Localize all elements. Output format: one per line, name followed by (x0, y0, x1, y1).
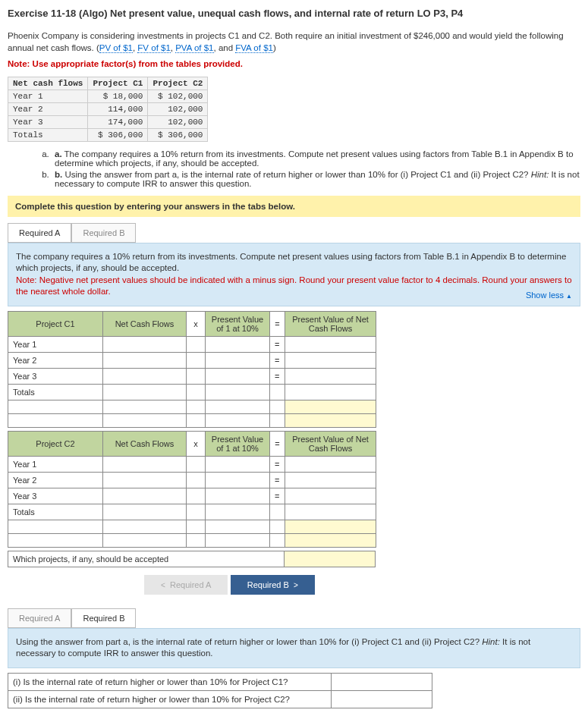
link-pv[interactable]: PV of $1 (99, 43, 133, 53)
link-fv[interactable]: FV of $1 (137, 43, 170, 53)
result-cell[interactable] (285, 520, 376, 533)
input-cell[interactable] (206, 456, 270, 472)
input-cell[interactable] (103, 456, 187, 472)
result-cell[interactable] (285, 533, 376, 547)
tab-required-a-2[interactable]: Required A (8, 608, 71, 628)
input-cell[interactable] (285, 456, 376, 472)
input-cell[interactable] (103, 352, 187, 368)
result-cell[interactable] (285, 413, 376, 427)
input-cell[interactable] (103, 368, 187, 384)
instructions-box-a: The company requires a 10% return from i… (8, 243, 580, 306)
worksheet-c1: Project C1 Net Cash Flows x Present Valu… (8, 311, 376, 428)
header-project-c1: Project C1 (8, 311, 103, 336)
input-cell[interactable] (103, 488, 187, 504)
input-cell[interactable] (206, 352, 270, 368)
tab-required-b[interactable]: Required B (71, 223, 136, 243)
input-cell[interactable] (206, 336, 270, 352)
header-project-c2: Project C2 (8, 431, 103, 456)
prev-button-a: < Required A (144, 575, 228, 595)
cash-flow-table: Net cash flowsProject C1Project C2 Year … (8, 77, 208, 142)
intro-text: Phoenix Company is considering investmen… (8, 30, 580, 54)
link-pva[interactable]: PVA of $1 (175, 43, 213, 53)
answer-b-i[interactable] (332, 673, 432, 690)
note-top: Note: Use appropriate factor(s) from the… (8, 58, 580, 71)
input-cell[interactable] (285, 352, 376, 368)
question-b-i: (i) Is the internal rate of return highe… (8, 673, 332, 690)
chevron-up-icon: ▲ (566, 293, 572, 300)
input-cell[interactable] (285, 504, 376, 520)
input-cell[interactable] (285, 488, 376, 504)
input-cell[interactable] (285, 336, 376, 352)
input-cell[interactable] (8, 413, 103, 427)
input-cell[interactable] (206, 488, 270, 504)
instruction-bar: Complete this question by entering your … (8, 196, 580, 217)
question-list: a. The company requires a 10% return fro… (21, 149, 580, 188)
input-cell[interactable] (206, 472, 270, 488)
input-cell[interactable] (103, 336, 187, 352)
chevron-right-icon: > (294, 581, 298, 589)
next-button-a[interactable]: Required B > (231, 575, 315, 595)
tabstrip-a: Required A Required B (8, 223, 580, 243)
input-cell[interactable] (8, 400, 103, 413)
input-cell[interactable] (8, 533, 103, 547)
question-b: b. Using the answer from part a, is the … (52, 170, 580, 188)
input-cell[interactable] (103, 472, 187, 488)
chevron-left-icon: < (161, 581, 165, 589)
tabstrip-b: Required A Required B (8, 608, 580, 628)
input-cell[interactable] (285, 472, 376, 488)
accept-row: Which projects, if any, should be accept… (8, 551, 376, 567)
instructions-box-b: Using the answer from part a, is the int… (8, 628, 580, 668)
page-title: Exercise 11-18 (Algo) Net present value,… (8, 8, 580, 19)
input-cell[interactable] (8, 520, 103, 533)
input-cell[interactable] (285, 368, 376, 384)
input-cell[interactable] (285, 384, 376, 400)
show-less-link[interactable]: Show less ▲ (526, 290, 572, 301)
input-cell[interactable] (206, 368, 270, 384)
link-fva[interactable]: FVA of $1 (235, 43, 273, 53)
questions-table-b: (i) Is the internal rate of return highe… (8, 673, 432, 708)
answer-b-ii[interactable] (332, 690, 432, 708)
input-cell[interactable] (103, 504, 187, 520)
input-cell[interactable] (103, 384, 187, 400)
worksheet-c2: Project C2 Net Cash Flows x Present Valu… (8, 431, 376, 548)
tab-required-a[interactable]: Required A (8, 223, 71, 243)
tab-required-b-2[interactable]: Required B (71, 608, 136, 628)
accept-answer-cell[interactable] (285, 551, 376, 567)
question-a: a. The company requires a 10% return fro… (52, 149, 580, 168)
result-cell[interactable] (285, 400, 376, 413)
question-b-ii: (ii) Is the internal rate of return high… (8, 690, 332, 708)
